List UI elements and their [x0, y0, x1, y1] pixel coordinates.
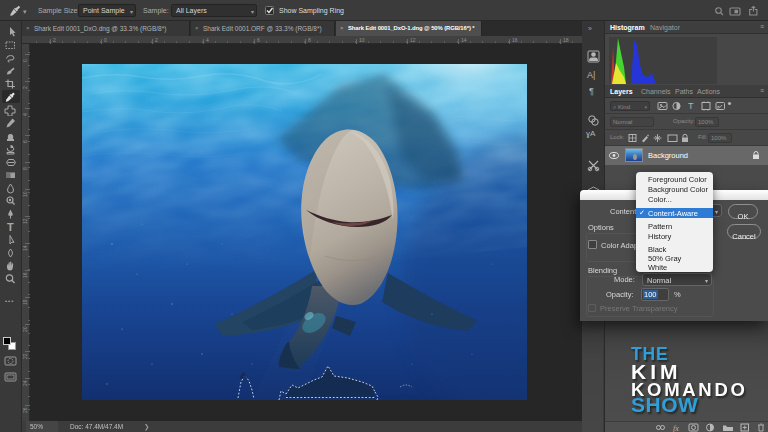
svg-text:T: T — [7, 221, 14, 233]
svg-text:T: T — [688, 101, 694, 111]
svg-text:fx: fx — [673, 424, 679, 432]
